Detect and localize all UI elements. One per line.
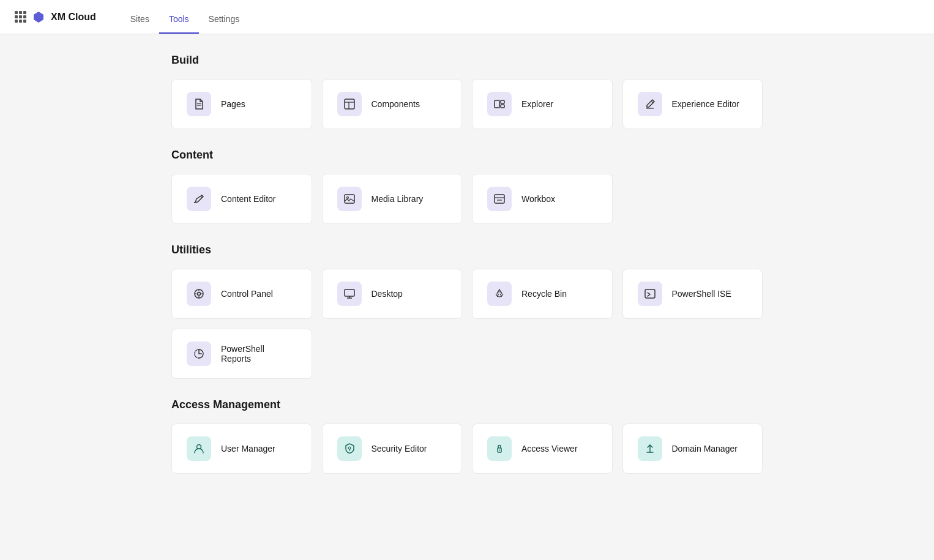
access-viewer-label: Access Viewer — [521, 444, 578, 454]
tool-powershell-reports[interactable]: PowerShell Reports — [171, 329, 312, 379]
content-title: Content — [171, 149, 763, 162]
pages-icon — [193, 98, 205, 110]
control-panel-icon — [193, 288, 205, 300]
powershell-reports-icon — [193, 348, 205, 360]
tool-experience-editor[interactable]: Experience Editor — [622, 79, 763, 129]
user-manager-icon-wrap — [187, 436, 211, 461]
domain-manager-icon — [644, 442, 656, 455]
workbox-icon-wrap — [487, 187, 512, 211]
svg-line-8 — [651, 101, 653, 103]
tool-pages[interactable]: Pages — [171, 79, 312, 129]
tool-domain-manager[interactable]: Domain Manager — [622, 424, 763, 474]
utilities-title: Utilities — [171, 244, 763, 256]
svg-rect-7 — [501, 105, 504, 108]
access-management-title: Access Management — [171, 398, 763, 411]
app-title: XM Cloud — [51, 12, 96, 23]
security-editor-label: Security Editor — [372, 444, 427, 454]
control-panel-label: Control Panel — [221, 289, 273, 299]
utilities-grid-row2: PowerShell Reports — [171, 329, 763, 379]
section-build: Build Pages — [171, 54, 763, 129]
explorer-icon — [493, 98, 506, 110]
tool-workbox[interactable]: Workbox — [472, 174, 613, 224]
experience-editor-label: Experience Editor — [672, 99, 740, 109]
svg-rect-6 — [501, 100, 504, 103]
xm-cloud-logo — [31, 10, 46, 24]
recycle-bin-icon-wrap — [487, 282, 512, 306]
components-label: Components — [372, 99, 420, 109]
explorer-icon-wrap — [487, 92, 512, 116]
top-bar: XM Cloud Sites Tools Settings — [0, 0, 934, 34]
tool-powershell-ise[interactable]: PowerShell ISE — [622, 269, 763, 319]
tool-user-manager[interactable]: User Manager — [171, 424, 312, 474]
components-icon-wrap — [337, 92, 362, 116]
section-access-management: Access Management User Manager — [171, 398, 763, 474]
control-panel-icon-wrap — [187, 282, 211, 306]
experience-editor-icon — [644, 98, 656, 110]
tool-content-editor[interactable]: Content Editor — [171, 174, 312, 224]
tool-control-panel[interactable]: Control Panel — [171, 269, 312, 319]
access-viewer-icon — [493, 442, 506, 455]
tab-tools[interactable]: Tools — [159, 0, 199, 34]
svg-rect-2 — [345, 99, 354, 109]
section-utilities: Utilities Control Panel — [171, 244, 763, 379]
pages-label: Pages — [221, 99, 245, 109]
domain-manager-label: Domain Manager — [672, 444, 738, 454]
svg-point-11 — [346, 197, 348, 199]
tool-access-viewer[interactable]: Access Viewer — [472, 424, 613, 474]
build-grid: Pages Components — [171, 79, 763, 129]
tool-recycle-bin[interactable]: Recycle Bin — [472, 269, 613, 319]
tool-media-library[interactable]: Media Library — [322, 174, 463, 224]
content-grid: Content Editor Media Library — [171, 174, 763, 224]
recycle-bin-label: Recycle Bin — [521, 289, 567, 299]
domain-manager-icon-wrap — [638, 436, 662, 461]
content-editor-icon-wrap — [187, 187, 211, 211]
logo-area: XM Cloud — [15, 10, 96, 24]
explorer-label: Explorer — [521, 99, 553, 109]
content-editor-icon — [193, 193, 205, 205]
security-editor-icon-wrap — [337, 436, 362, 461]
user-manager-label: User Manager — [221, 444, 275, 454]
svg-point-16 — [198, 293, 201, 296]
powershell-ise-icon — [644, 288, 656, 300]
tool-desktop[interactable]: Desktop — [322, 269, 463, 319]
build-title: Build — [171, 54, 763, 67]
components-icon — [343, 98, 356, 110]
powershell-ise-icon-wrap — [638, 282, 662, 306]
desktop-label: Desktop — [372, 289, 403, 299]
nav-tabs: Sites Tools Settings — [121, 0, 249, 34]
section-content: Content Content Editor — [171, 149, 763, 224]
svg-rect-24 — [645, 289, 655, 298]
powershell-reports-label: PowerShell Reports — [221, 344, 297, 364]
pages-icon-wrap — [187, 92, 211, 116]
security-editor-icon — [343, 442, 356, 455]
main-content: Build Pages — [0, 34, 934, 513]
user-manager-icon — [193, 442, 205, 455]
svg-rect-12 — [495, 195, 504, 203]
tab-sites[interactable]: Sites — [121, 0, 159, 34]
svg-point-29 — [499, 450, 500, 451]
svg-point-26 — [348, 447, 351, 449]
workbox-icon — [493, 193, 506, 205]
tool-security-editor[interactable]: Security Editor — [322, 424, 463, 474]
access-viewer-icon-wrap — [487, 436, 512, 461]
desktop-icon — [343, 288, 356, 300]
media-library-label: Media Library — [372, 194, 424, 204]
tool-components[interactable]: Components — [322, 79, 463, 129]
media-library-icon — [343, 193, 356, 205]
content-editor-label: Content Editor — [221, 194, 276, 204]
recycle-bin-icon — [493, 288, 506, 300]
tab-settings[interactable]: Settings — [199, 0, 250, 34]
access-management-grid: User Manager Security Editor — [171, 424, 763, 474]
grid-icon — [15, 11, 26, 23]
svg-line-9 — [201, 196, 202, 198]
powershell-ise-label: PowerShell ISE — [672, 289, 731, 299]
desktop-icon-wrap — [337, 282, 362, 306]
utilities-grid-row1: Control Panel Desktop — [171, 269, 763, 319]
workbox-label: Workbox — [521, 194, 555, 204]
powershell-reports-icon-wrap — [187, 342, 211, 366]
svg-rect-10 — [345, 195, 354, 203]
tool-explorer[interactable]: Explorer — [472, 79, 613, 129]
svg-rect-5 — [495, 100, 499, 108]
experience-editor-icon-wrap — [638, 92, 662, 116]
svg-rect-21 — [345, 289, 354, 296]
